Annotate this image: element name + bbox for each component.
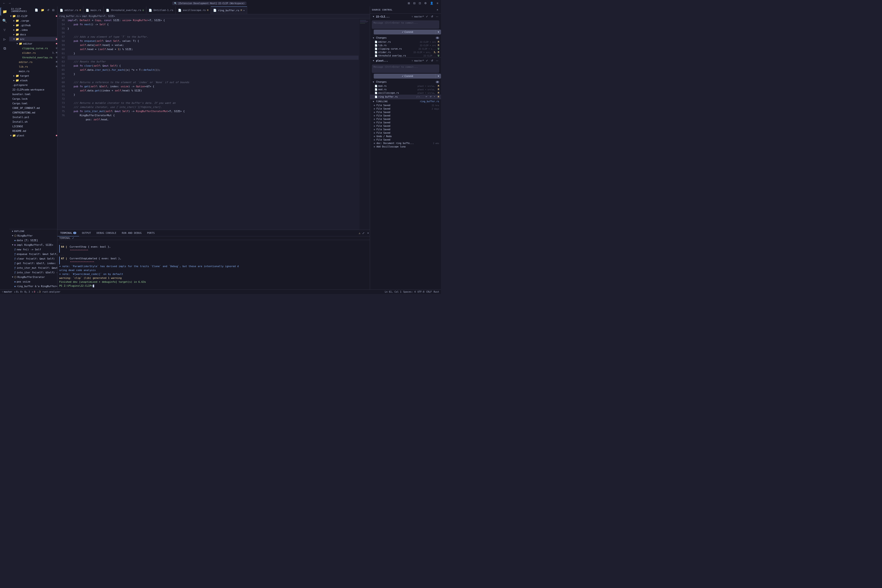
status-sync[interactable]: ↕ 0↓ 0↑ 0△ 3 xyxy=(14,291,30,293)
sidebar-item-editor-rs[interactable]: editor.rs M xyxy=(9,60,57,64)
sc-message-box-2[interactable]: Message (Ctrl+Enter to commit... xyxy=(372,64,439,73)
sc-file-threshold[interactable]: 📄 threshold_overlay.rs 22-CLIP... U xyxy=(370,54,441,57)
outline-item-impl[interactable]: ▼ ⊕ impl RingBuffer<T, SIZE> xyxy=(9,243,57,247)
code-editor[interactable]: 48 54 55 56 57 58 59 60 61 62 63 64 65 6… xyxy=(57,18,370,230)
sidebar-item-cargo-toml[interactable]: Cargo.toml xyxy=(9,101,57,106)
outline-item-ring-buffer-field[interactable]: ◈ ring_buffer &'a RingBuffer<T,... xyxy=(9,284,57,288)
timeline-item-3[interactable]: File Saved xyxy=(370,111,441,114)
sc-check-icon[interactable]: ✓ xyxy=(425,15,429,19)
activity-debug[interactable]: ▷ xyxy=(0,35,9,43)
sc-file-mod-rs-1[interactable]: 📄 mod.rs plext • src\editor M xyxy=(370,84,441,88)
sidebar-item-xtask[interactable]: ▶ 📁 xtask xyxy=(9,78,57,83)
tab-untitled-1[interactable]: 📄 Untitled-1.rs xyxy=(146,6,176,14)
outline-item-new[interactable]: ƒ new fn() -> Self xyxy=(9,247,57,252)
timeline-header[interactable]: ▼ TIMELINE ring_buffer.rs xyxy=(370,99,441,104)
outline-item-pos[interactable]: ◈ pos usize xyxy=(9,279,57,284)
timeline-item-10[interactable]: Undo / Redo xyxy=(370,135,441,138)
sc-file-mod-rs-2[interactable]: 📄 mod.rs plext • src\editor\views M xyxy=(370,88,441,91)
sidebar-item-cargo[interactable]: ▶ 📁 .cargo xyxy=(9,18,57,23)
back-button[interactable]: ← xyxy=(2,1,6,5)
timeline-item-8[interactable]: File Saved xyxy=(370,128,441,131)
sc-changes-header-1[interactable]: ▼ Changes 5 xyxy=(370,35,441,40)
timeline-item-13[interactable]: Add Oscilloscope luna xyxy=(370,145,441,148)
timeline-item-12[interactable]: doc: Document ring buffe... 2 wks xyxy=(370,141,441,145)
sc-message-box-1[interactable]: Message (Ctrl+Enter to commit... xyxy=(372,21,439,29)
panel-tab-output[interactable]: OUTPUT xyxy=(79,230,94,236)
status-language[interactable]: Rust xyxy=(434,291,439,293)
outline-item-enqueue[interactable]: ƒ enqueue fn(self: &mut Self, val... xyxy=(9,252,57,256)
status-branch[interactable]: ⑂ master xyxy=(2,291,12,293)
sc-refresh-icon[interactable]: ↺ xyxy=(430,15,434,19)
account-icon[interactable]: 👤 xyxy=(429,1,434,5)
sc-commit-split-2[interactable]: ▾ xyxy=(435,74,441,78)
sc-file-stage-icon[interactable]: + xyxy=(433,95,436,98)
sidebar-item-github[interactable]: ▶ 📁 .github xyxy=(9,23,57,28)
timeline-item-5[interactable]: File Saved xyxy=(370,117,441,121)
status-position[interactable]: Ln 61, Col 1 xyxy=(385,291,401,293)
forward-button[interactable]: → xyxy=(8,1,12,5)
tab-ring-buffer-rs[interactable]: 📄 ring_buffer.rs M × xyxy=(211,6,247,14)
sc-close-button[interactable]: × xyxy=(436,8,439,12)
activity-search[interactable]: 🔍 xyxy=(0,16,9,25)
menu-icon[interactable]: ≡ xyxy=(436,1,439,5)
sidebar-item-contributing[interactable]: CONTRIBUTING.md xyxy=(9,110,57,115)
sidebar-item-idea[interactable]: ▶ 📁 .idea xyxy=(9,28,57,32)
sc-commit-split-1[interactable]: ▾ xyxy=(435,30,441,34)
outline-item-into-iter-mut[interactable]: ƒ into_iter_mut fn(self: &mut Sel... xyxy=(9,266,57,270)
sc-file-discard-icon[interactable]: ↺ xyxy=(429,95,432,98)
sidebar-item-bundler[interactable]: bundler.toml xyxy=(9,92,57,96)
sidebar-item-cargo-lock[interactable]: Cargo.lock xyxy=(9,96,57,101)
status-encoding[interactable]: UTF-8 xyxy=(418,291,424,293)
sc-file-lib-rs[interactable]: 📄 lib.rs 22-CLIP • src M xyxy=(370,44,441,47)
settings-icon[interactable]: ⚙ xyxy=(423,1,428,5)
tab-main-rs[interactable]: 📄 main.rs xyxy=(83,6,104,14)
outline-item-clear[interactable]: ƒ clear fn(self: &mut Self) xyxy=(9,256,57,261)
outline-item-get[interactable]: ƒ get fn(self: &Self, index: usize)... xyxy=(9,261,57,266)
sidebar-item-clipping-curve[interactable]: clipping_curve.rs U xyxy=(9,46,57,51)
outline-item-ringbuffer-iterator[interactable]: ▼ ⬡ RingBufferIterator xyxy=(9,275,57,279)
sidebar-item-readme[interactable]: README.md xyxy=(9,129,57,133)
outline-header[interactable]: ▼ OUTLINE xyxy=(9,229,57,233)
expand-panel-icon[interactable]: ⤢ xyxy=(361,231,365,235)
new-file-icon[interactable]: 📄 xyxy=(34,8,39,12)
sc-file-ring-buffer[interactable]: 📄 ring_buffer.rs ple... ↵ ↺ + M xyxy=(370,94,441,99)
tab-editor-rs[interactable]: 📄 editor.rs M xyxy=(57,6,83,14)
sc-file-open-icon[interactable]: ↵ xyxy=(425,95,428,98)
sidebar-item-install-ps1[interactable]: Install.ps1 xyxy=(9,115,57,119)
sc-file-editor-rs[interactable]: 📄 editor.rs 22-CLIP • src M xyxy=(370,40,441,44)
sidebar-item-target[interactable]: ▶ 📁 target xyxy=(9,74,57,78)
sc-commit-button-2[interactable]: ✓ Commit ▾ xyxy=(374,74,441,78)
sc-repo-plext-header[interactable]: ▼ plext... ⑂ master* ✓ ↺ ··· xyxy=(370,58,441,64)
sc-file-slider[interactable]: 📄 slider.rs 22-CLIP • src\editor 3, M xyxy=(370,51,441,54)
panel-tab-terminal[interactable]: TERMINAL 3 xyxy=(57,230,79,236)
timeline-item-9[interactable]: File Saved xyxy=(370,131,441,135)
refresh-icon[interactable]: ↺ xyxy=(46,8,50,12)
sc-commit-button-1[interactable]: ✓ Commit ▾ xyxy=(374,30,441,34)
sc-more-icon[interactable]: ··· xyxy=(435,15,439,19)
code-content[interactable]: impl<T: Default + Copy, const SIZE: usiz… xyxy=(67,18,360,230)
sidebar-item-code-of-conduct[interactable]: CODE_OF_CONDUCT.md xyxy=(9,106,57,110)
outline-item-into-iter[interactable]: ƒ into_iter fn(self: &Self) -> Ring... xyxy=(9,270,57,275)
panel-tab-run-debug[interactable]: RUN AND DEBUG xyxy=(119,230,144,236)
sidebar-item-main-rs[interactable]: main.rs xyxy=(9,69,57,74)
activity-extensions[interactable]: ⧉ xyxy=(0,44,9,52)
timeline-item-2[interactable]: File Saved 2 days xyxy=(370,107,441,111)
sc-file-oscilloscope[interactable]: 📄 oscilloscope.rs plext • src\ed... M xyxy=(370,91,441,94)
sidebar-item-src[interactable]: ▼ 📁 src xyxy=(9,37,57,41)
sidebar-item-threshold-overlay[interactable]: threshold_overlay.rs U xyxy=(9,55,57,60)
outline-item-data[interactable]: ◈ data [T; SIZE] xyxy=(9,238,57,243)
sidebar-item-install-sh[interactable]: Install.sh xyxy=(9,119,57,124)
timeline-item-6[interactable]: File Saved xyxy=(370,121,441,124)
sidebar-item-gitignore[interactable]: .gitignore xyxy=(9,83,57,87)
status-line-ending[interactable]: CRLF xyxy=(426,291,432,293)
tab-oscilloscope-rs[interactable]: 📄 oscilloscope.rs M xyxy=(176,6,211,14)
sidebar-item-slider[interactable]: slider.rs 3, M xyxy=(9,51,57,55)
timeline-item-7[interactable]: File Saved xyxy=(370,124,441,128)
sc-refresh-icon-2[interactable]: ↺ xyxy=(430,58,434,63)
panel-tab-debug-console[interactable]: DEBUG CONSOLE xyxy=(94,230,119,236)
sidebar-item-license[interactable]: LICENSE xyxy=(9,124,57,129)
activity-git[interactable]: ⑂ xyxy=(0,26,9,34)
sidebar-item-workspace[interactable]: 22-CLIPcode-workspace xyxy=(9,87,57,92)
outline-item-ringbuffer[interactable]: ▼ ⬡ RingBuffer xyxy=(9,233,57,238)
layout-icon[interactable]: ⊞ xyxy=(407,1,411,5)
